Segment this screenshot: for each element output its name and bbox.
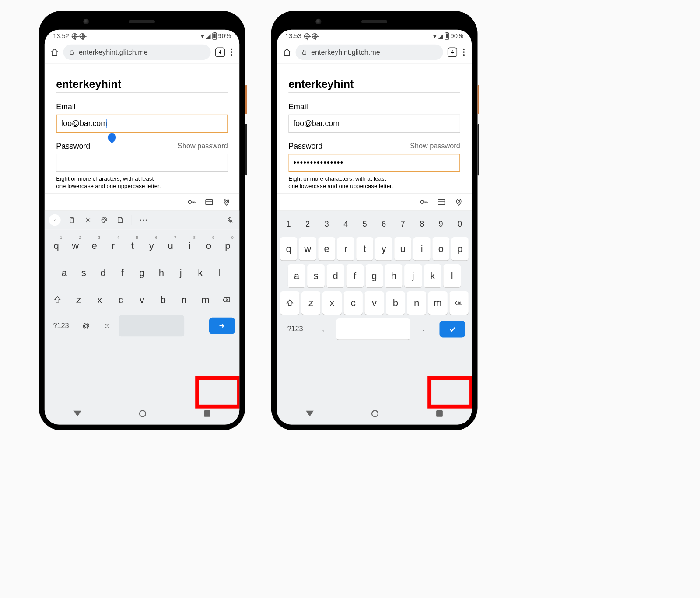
key-w[interactable]: w2 (67, 234, 84, 257)
symbols-key[interactable]: ?123 (48, 315, 74, 337)
show-password-toggle[interactable]: Show password (178, 141, 228, 150)
comma-key[interactable]: , (313, 318, 334, 340)
key-n[interactable]: n (175, 288, 194, 311)
clipboard-icon[interactable] (67, 215, 77, 225)
key-g[interactable]: g (365, 264, 383, 287)
key-p[interactable]: p0 (219, 234, 236, 257)
key-e[interactable]: e (318, 237, 335, 260)
key-y[interactable]: y6 (143, 234, 160, 257)
key-u[interactable]: u7 (162, 234, 179, 257)
key-m[interactable]: m (196, 288, 215, 311)
gear-icon[interactable] (83, 215, 93, 225)
home-icon[interactable] (283, 48, 291, 56)
address-bar[interactable]: enterkeyhint.glitch.me (63, 44, 211, 59)
key-r[interactable]: r4 (105, 234, 122, 257)
emoji-key[interactable]: ☺ (98, 315, 116, 337)
key-u[interactable]: u (394, 237, 411, 260)
email-field[interactable]: foo@bar.com (288, 114, 460, 132)
key-o[interactable]: o (432, 237, 449, 260)
home-icon[interactable] (50, 48, 59, 56)
key-x[interactable]: x (90, 288, 109, 311)
email-field[interactable]: foo@bar.com (56, 114, 228, 132)
period-key[interactable]: . (187, 315, 205, 337)
space-key[interactable] (119, 315, 184, 337)
key-i[interactable]: i (413, 237, 430, 260)
key-9[interactable]: 9 (432, 215, 449, 233)
shift-key[interactable] (48, 288, 67, 311)
symbols-key[interactable]: ?123 (280, 318, 310, 340)
key-g[interactable]: g (133, 261, 150, 284)
show-password-toggle[interactable]: Show password (410, 141, 460, 150)
key-t[interactable]: t5 (124, 234, 141, 257)
key-icon[interactable] (420, 198, 429, 207)
sticker-icon[interactable] (116, 215, 125, 225)
key-d[interactable]: d (327, 264, 344, 287)
key-p[interactable]: p (452, 237, 469, 260)
tab-count[interactable]: 4 (448, 47, 457, 57)
location-icon[interactable] (454, 198, 463, 207)
key-j[interactable]: j (404, 264, 422, 287)
key-m[interactable]: m (428, 291, 448, 315)
key-h[interactable]: h (153, 261, 170, 284)
at-key[interactable]: @ (77, 315, 95, 337)
key-s[interactable]: s (307, 264, 325, 287)
key-c[interactable]: c (111, 288, 130, 311)
menu-icon[interactable] (462, 47, 466, 57)
key-0[interactable]: 0 (452, 215, 469, 233)
key-q[interactable]: q1 (48, 234, 65, 257)
nav-home-icon[interactable] (371, 410, 378, 417)
key-3[interactable]: 3 (318, 215, 335, 233)
key-v[interactable]: v (365, 291, 384, 315)
key-b[interactable]: b (154, 288, 173, 311)
backspace-key[interactable] (217, 288, 236, 311)
nav-recents-icon[interactable] (204, 410, 210, 417)
tab-count[interactable]: 4 (215, 47, 225, 57)
key-c[interactable]: c (343, 291, 363, 315)
menu-icon[interactable] (229, 47, 234, 57)
key-n[interactable]: n (407, 291, 426, 315)
key-5[interactable]: 5 (356, 215, 373, 233)
enter-key[interactable] (436, 318, 469, 340)
nav-recents-icon[interactable] (436, 410, 443, 417)
key-v[interactable]: v (133, 288, 152, 311)
key-s[interactable]: s (75, 261, 92, 284)
key-r[interactable]: r (337, 237, 354, 260)
key-b[interactable]: b (386, 291, 405, 315)
palette-icon[interactable] (99, 215, 109, 225)
key-f[interactable]: f (346, 264, 364, 287)
enter-key[interactable] (208, 315, 236, 337)
key-d[interactable]: d (94, 261, 112, 284)
key-z[interactable]: z (69, 288, 88, 311)
key-t[interactable]: t (356, 237, 373, 260)
key-w[interactable]: w (299, 237, 316, 260)
key-l[interactable]: l (211, 261, 228, 284)
key-f[interactable]: f (114, 261, 131, 284)
key-y[interactable]: y (375, 237, 392, 260)
nav-back-icon[interactable] (74, 410, 81, 416)
key-e[interactable]: e3 (86, 234, 103, 257)
space-key[interactable] (336, 318, 410, 340)
key-2[interactable]: 2 (299, 215, 316, 233)
period-key[interactable]: . (413, 318, 434, 340)
password-field[interactable] (56, 154, 228, 171)
key-q[interactable]: q (280, 237, 297, 260)
nav-back-icon[interactable] (306, 410, 314, 416)
card-icon[interactable] (205, 198, 214, 207)
key-7[interactable]: 7 (394, 215, 411, 233)
key-k[interactable]: k (424, 264, 441, 287)
chevron-left-icon[interactable]: ‹ (49, 214, 61, 226)
shift-key[interactable] (280, 291, 299, 315)
key-4[interactable]: 4 (337, 215, 354, 233)
mic-off-icon[interactable] (225, 215, 235, 225)
key-z[interactable]: z (301, 291, 321, 315)
key-x[interactable]: x (322, 291, 342, 315)
backspace-key[interactable] (449, 291, 469, 315)
key-h[interactable]: h (385, 264, 402, 287)
key-1[interactable]: 1 (280, 215, 297, 233)
location-icon[interactable] (222, 198, 231, 207)
key-l[interactable]: l (443, 264, 461, 287)
address-bar[interactable]: enterkeyhint.glitch.me (296, 44, 443, 59)
key-o[interactable]: o9 (200, 234, 217, 257)
card-icon[interactable] (437, 198, 446, 207)
key-a[interactable]: a (56, 261, 73, 284)
